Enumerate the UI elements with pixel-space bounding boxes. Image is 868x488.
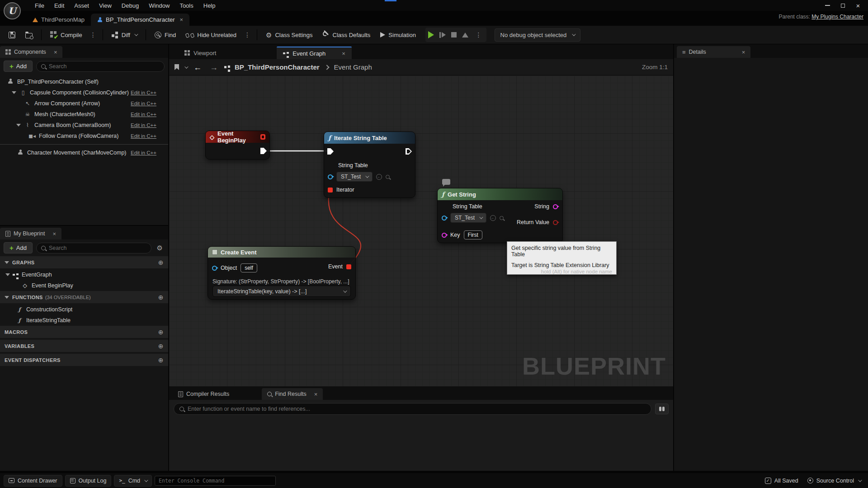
add-function-icon[interactable]: ⊕ xyxy=(158,294,164,301)
row-event-beginplay[interactable]: ◇ Event BeginPlay xyxy=(0,280,168,291)
delegate-function-dropdown[interactable]: IterateStringTable(key, value) -> [...] xyxy=(212,286,351,297)
chevron-down-icon[interactable] xyxy=(184,65,188,68)
node-get-string[interactable]: ƒ Get String String Table String ST_Test xyxy=(437,188,563,243)
section-event-dispatchers[interactable]: EVENT DISPATCHERS ⊕ xyxy=(0,354,168,366)
menu-debug[interactable]: Debug xyxy=(117,0,144,11)
tab-my-blueprint[interactable]: My Blueprint × xyxy=(0,228,61,239)
parent-class-link[interactable]: My Plugins Character xyxy=(811,14,863,20)
filter-gear-icon[interactable]: ⚙ xyxy=(155,244,165,252)
tab-components[interactable]: Components × xyxy=(0,46,62,58)
tab-bp-thirdpersoncharacter[interactable]: BP_ThirdPersonCharacter × xyxy=(91,14,189,26)
node-event-beginplay[interactable]: ◇ Event BeginPlay xyxy=(205,131,270,160)
source-control-button[interactable]: Source Control xyxy=(807,478,861,484)
tab-close-icon[interactable]: × xyxy=(742,49,745,56)
tab-viewport[interactable]: Viewport xyxy=(178,47,222,59)
row-event-graph[interactable]: EventGraph xyxy=(0,269,168,280)
string-table-dropdown[interactable]: ST_Test xyxy=(336,172,373,182)
iterator-delegate-pin[interactable] xyxy=(328,188,333,192)
close-button[interactable]: × xyxy=(852,1,864,9)
breadcrumb-leaf[interactable]: Event Graph xyxy=(334,63,372,71)
comment-bubble-icon[interactable] xyxy=(442,179,450,185)
component-row-camera-boom[interactable]: ⌇ Camera Boom (CameraBoom) Edit in C++ xyxy=(0,120,168,131)
magnifier-icon[interactable] xyxy=(386,175,390,179)
caret-down-icon[interactable] xyxy=(12,91,16,94)
node-iterate-string-table[interactable]: ƒ Iterate String Table String Table ST_T… xyxy=(324,131,415,198)
node-header[interactable]: ◇ Event BeginPlay xyxy=(206,131,269,143)
cmd-dropdown[interactable]: >_ Cmd xyxy=(114,475,152,487)
save-button[interactable] xyxy=(5,29,19,41)
object-pin[interactable] xyxy=(212,266,217,271)
tab-thirdpersonmap[interactable]: ThirdPersonMap xyxy=(26,14,91,26)
caret-down-icon[interactable] xyxy=(5,273,10,276)
tab-close-icon[interactable]: × xyxy=(52,230,56,237)
key-value-field[interactable]: First xyxy=(464,230,482,239)
section-variables[interactable]: VARIABLES ⊕ xyxy=(0,340,168,352)
forward-arrow-icon[interactable]: → xyxy=(208,63,220,71)
tab-compiler-results[interactable]: Compiler Results xyxy=(173,388,235,400)
bookmark-icon[interactable] xyxy=(175,64,179,70)
output-log-button[interactable]: Output Log xyxy=(65,475,112,487)
console-command-input[interactable] xyxy=(155,476,276,486)
menu-help[interactable]: Help xyxy=(198,0,221,11)
exec-in-pin[interactable] xyxy=(327,148,334,155)
add-variable-icon[interactable]: ⊕ xyxy=(158,343,164,350)
component-row-character-movement[interactable]: Character Movement (CharMoveComp) Edit i… xyxy=(0,147,168,158)
event-graph-canvas[interactable]: BLUEPRINT ◇ Event BeginPlay xyxy=(169,75,673,386)
edit-in-cpp-link[interactable]: Edit in C++ xyxy=(131,150,156,155)
debug-object-dropdown[interactable]: No debug object selected xyxy=(495,28,581,42)
tab-close-icon[interactable]: × xyxy=(342,50,345,57)
edit-in-cpp-link[interactable]: Edit in C++ xyxy=(131,90,156,95)
add-dispatcher-icon[interactable]: ⊕ xyxy=(158,357,164,364)
tab-details[interactable]: ≡ Details × xyxy=(677,46,750,58)
browse-asset-icon[interactable]: ← xyxy=(376,174,382,180)
frame-skip-button[interactable] xyxy=(439,32,446,38)
class-defaults-button[interactable]: Class Defaults xyxy=(319,29,375,41)
return-value-pin[interactable] xyxy=(553,220,558,225)
add-macro-icon[interactable]: ⊕ xyxy=(158,328,164,336)
node-create-event[interactable]: Create Event Object self Event Signature… xyxy=(208,246,356,300)
menu-asset[interactable]: Asset xyxy=(69,0,94,11)
tab-close-icon[interactable]: × xyxy=(180,16,184,23)
browse-asset-button[interactable] xyxy=(21,29,37,41)
compile-options-kebab[interactable]: ⋮ xyxy=(88,29,98,40)
minimize-button[interactable] xyxy=(821,1,834,9)
section-functions[interactable]: FUNCTIONS (34 OVERRIDABLE) ⊕ xyxy=(0,291,168,303)
add-component-button[interactable]: + Add xyxy=(4,61,33,72)
hide-unrelated-button[interactable]: Hide Unrelated xyxy=(182,29,241,41)
hide-unrelated-kebab[interactable]: ⋮ xyxy=(242,29,252,40)
edit-in-cpp-link[interactable]: Edit in C++ xyxy=(131,122,156,128)
my-blueprint-search-input[interactable] xyxy=(49,245,146,251)
all-saved-status[interactable]: ✓ All Saved xyxy=(765,478,798,484)
breadcrumb-root[interactable]: BP_ThirdPersonCharacter xyxy=(235,63,320,71)
string-out-pin[interactable] xyxy=(553,204,558,209)
component-row-follow-camera[interactable]: ◼◂ Follow Camera (FollowCamera) Edit in … xyxy=(0,131,168,141)
event-delegate-pin[interactable] xyxy=(346,264,351,269)
find-in-blueprints-button[interactable] xyxy=(655,404,669,414)
object-value-field[interactable]: self xyxy=(241,263,257,272)
edit-in-cpp-link[interactable]: Edit in C++ xyxy=(131,101,156,106)
section-graphs[interactable]: GRAPHS ⊕ xyxy=(0,256,168,268)
diff-button[interactable]: Diff xyxy=(108,29,141,41)
component-row-mesh[interactable]: ☠ Mesh (CharacterMesh0) Edit in C++ xyxy=(0,109,168,120)
node-header[interactable]: ƒ Get String xyxy=(438,188,562,200)
section-macros[interactable]: MACROS ⊕ xyxy=(0,326,168,338)
menu-view[interactable]: View xyxy=(94,0,117,11)
compile-button[interactable]: Compile xyxy=(46,28,86,41)
component-row-self[interactable]: BP_ThirdPersonCharacter (Self) xyxy=(0,76,168,87)
content-drawer-button[interactable]: Content Drawer xyxy=(4,475,62,487)
components-search-input[interactable] xyxy=(49,63,160,70)
caret-down-icon[interactable] xyxy=(16,124,21,127)
tab-close-icon[interactable]: × xyxy=(314,391,318,398)
unreal-engine-logo-icon[interactable]: U xyxy=(4,2,21,19)
row-construction-script[interactable]: ƒ ConstructionScript xyxy=(0,304,168,315)
simulation-button[interactable]: Simulation xyxy=(376,29,420,41)
add-blueprint-item-button[interactable]: + Add xyxy=(4,242,33,253)
tab-find-results[interactable]: Find Results × xyxy=(262,388,323,400)
menu-edit[interactable]: Edit xyxy=(49,0,69,11)
browse-asset-icon[interactable]: ← xyxy=(490,215,496,221)
menu-tools[interactable]: Tools xyxy=(175,0,198,11)
edit-in-cpp-link[interactable]: Edit in C++ xyxy=(131,112,156,117)
component-row-capsule[interactable]: ▯ Capsule Component (CollisionCylinder) … xyxy=(0,87,168,98)
exec-out-pin[interactable] xyxy=(406,148,412,155)
component-row-arrow[interactable]: ↖ Arrow Component (Arrow) Edit in C++ xyxy=(0,98,168,109)
